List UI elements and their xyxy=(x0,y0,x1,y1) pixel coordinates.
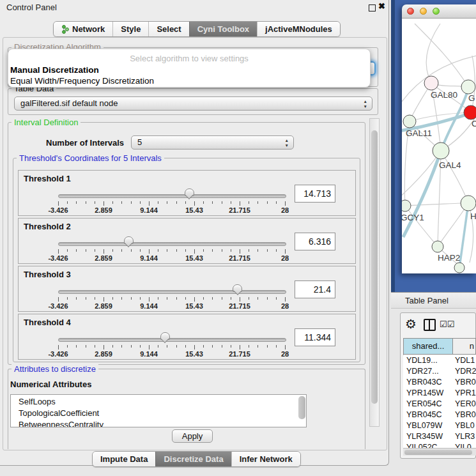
slider-tick xyxy=(140,249,141,252)
threshold-panel-2: Threshold 2-3.4262.8599.14415.4321.71528… xyxy=(18,218,356,264)
table-row[interactable]: YDL19...YDL1 xyxy=(403,355,476,366)
slider-tick xyxy=(158,345,158,348)
apply-button[interactable]: Apply xyxy=(172,429,213,443)
tab-network[interactable]: Network xyxy=(54,22,112,36)
float-window-icon[interactable] xyxy=(369,4,376,12)
table-data-combo[interactable]: galFiltered.sif default node ▲▼ xyxy=(14,96,372,111)
threshold-value-field[interactable]: 21.4 xyxy=(295,280,335,298)
table-row[interactable]: YBL079WYBL0 xyxy=(403,420,476,431)
slider-tick xyxy=(231,201,231,204)
tab-discretize-data[interactable]: Discretize Data xyxy=(155,452,231,466)
network-node-hap2[interactable] xyxy=(432,241,443,252)
list-item[interactable]: SelfLoops xyxy=(11,396,306,408)
bottom-tab-bar: Impute DataDiscretize DataInfer Network xyxy=(92,451,301,467)
tab-impute-data[interactable]: Impute Data xyxy=(93,452,155,466)
slider-tick-label: 21.715 xyxy=(229,302,250,310)
table-row[interactable]: YBR045CYBR0 xyxy=(403,410,476,420)
network-node-gal80[interactable] xyxy=(424,76,438,90)
table-row[interactable]: YPR145WYPR1 xyxy=(403,388,476,399)
slider-track[interactable] xyxy=(58,290,286,294)
slider-handle[interactable] xyxy=(184,188,194,200)
network-node[interactable] xyxy=(454,263,464,273)
table-row[interactable]: YBR043CYBR0 xyxy=(403,377,476,388)
slider-tick xyxy=(212,249,213,252)
table-h-scrollbar-thumb[interactable] xyxy=(404,450,472,455)
tab-jactivemnodules[interactable]: jActiveMNodules xyxy=(257,22,340,36)
table-header-name[interactable]: n xyxy=(452,338,476,355)
checkbox-icons[interactable]: ☑☑ xyxy=(440,319,454,329)
slider-tick xyxy=(267,201,268,204)
network-node-g[interactable] xyxy=(461,80,475,94)
list-item[interactable]: BetweennessCentrality xyxy=(11,419,306,427)
zoom-traffic-light-icon[interactable] xyxy=(433,8,440,15)
tab-select[interactable]: Select xyxy=(148,22,188,36)
network-edge[interactable] xyxy=(405,203,461,206)
list-item[interactable]: TopologicalCoefficient xyxy=(11,408,306,419)
slider-tick xyxy=(58,297,59,302)
slider-tick-label: 21.715 xyxy=(229,206,250,214)
table-cell-shared: YBR043C xyxy=(403,378,442,387)
slider-track[interactable] xyxy=(58,242,286,246)
slider-tick xyxy=(121,297,122,300)
network-node-gcy1[interactable] xyxy=(402,200,411,211)
network-node-gal4[interactable] xyxy=(433,142,449,159)
slider-tick xyxy=(231,249,231,252)
table-header-shared[interactable]: shared... xyxy=(403,338,453,355)
network-edge[interactable] xyxy=(415,24,468,87)
threshold-value-field[interactable]: 6.316 xyxy=(295,233,335,250)
threshold-label: Threshold 2 xyxy=(24,222,71,231)
tab-infer-network[interactable]: Infer Network xyxy=(231,452,300,466)
list-scrollbar[interactable] xyxy=(298,396,305,419)
network-edge[interactable] xyxy=(441,151,468,203)
tab-style[interactable]: Style xyxy=(112,22,148,36)
network-node-gal11[interactable] xyxy=(403,115,416,128)
number-of-intervals-combo[interactable]: 5 ▲▼ xyxy=(131,135,294,150)
popup-option-1[interactable]: Equal Width/Frequency Discretization xyxy=(10,76,154,86)
slider-tick xyxy=(67,201,68,204)
table-row[interactable]: YLR345WYLR3 xyxy=(403,431,476,442)
slider-tick xyxy=(176,249,177,252)
close-traffic-light-icon[interactable] xyxy=(407,8,414,15)
slider-handle[interactable] xyxy=(123,236,134,248)
numerical-attributes-list[interactable]: SelfLoopsTopologicalCoefficientBetweenne… xyxy=(10,394,307,427)
tab-cyni-toolbox[interactable]: Cyni Toolbox xyxy=(189,22,257,36)
threshold-value-field[interactable]: 14.713 xyxy=(295,185,335,203)
network-canvas[interactable]: GAL80GCGAL11GAL4GCY1HHAP2 xyxy=(402,19,476,273)
slider-handle[interactable] xyxy=(232,284,242,296)
slider-tick xyxy=(257,345,258,348)
popup-option-0[interactable]: Manual Discretization xyxy=(10,65,99,75)
slider-tick xyxy=(112,297,113,300)
slider-tick xyxy=(257,201,258,204)
table-cell-name: YDL1 xyxy=(455,355,475,366)
slider-track[interactable] xyxy=(58,194,286,198)
slider-track[interactable] xyxy=(58,338,286,342)
slider-tick xyxy=(240,201,240,206)
network-node-c[interactable] xyxy=(464,105,476,119)
slider-tick xyxy=(67,297,68,300)
table-row[interactable]: YER054CYER0 xyxy=(403,399,476,410)
network-edge[interactable] xyxy=(402,151,441,197)
network-edge-thick[interactable] xyxy=(403,151,441,237)
network-edge[interactable] xyxy=(426,24,440,83)
network-edge-thick[interactable] xyxy=(459,203,468,268)
table-row[interactable]: YDR27...YDR2 xyxy=(403,366,476,377)
slider-tick xyxy=(167,249,167,252)
slider-tick xyxy=(222,297,222,300)
table-h-scrollbar[interactable] xyxy=(403,448,476,456)
slider-tick-label: 21.715 xyxy=(229,254,250,262)
network-node-h[interactable] xyxy=(461,196,476,211)
columns-icon[interactable] xyxy=(424,319,436,331)
threshold-value-field[interactable]: 11.344 xyxy=(295,328,335,346)
table-cell-shared: YDL19... xyxy=(403,356,438,365)
panel-scrollbar-thumb[interactable] xyxy=(371,130,378,404)
minimize-traffic-light-icon[interactable] xyxy=(420,8,427,15)
network-window-titlebar[interactable] xyxy=(402,4,476,19)
slider-handle[interactable] xyxy=(160,332,170,344)
network-node-label: GAL4 xyxy=(439,160,461,170)
panel-scrollbar[interactable] xyxy=(369,118,380,427)
close-icon[interactable]: ✖ xyxy=(378,1,385,11)
gear-icon[interactable]: ⚙ xyxy=(405,316,417,332)
network-icon xyxy=(61,25,69,34)
slider-tick-label: 28 xyxy=(281,254,289,262)
slider-tick xyxy=(121,201,122,204)
